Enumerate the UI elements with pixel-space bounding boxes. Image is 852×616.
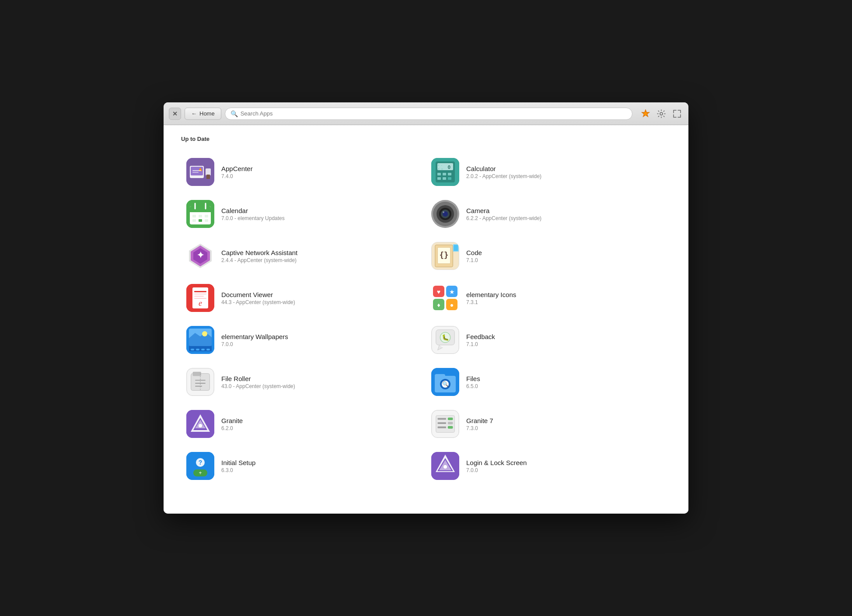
svg-text:×: ×	[437, 167, 440, 171]
svg-rect-22	[437, 177, 441, 180]
app-item-granite[interactable]: Granite 6.2.0	[181, 403, 426, 445]
app-version: 6.5.0	[466, 383, 480, 389]
app-version: 7.0.0	[466, 467, 527, 473]
svg-rect-31	[192, 215, 196, 217]
svg-rect-83	[193, 372, 201, 376]
svg-rect-7	[206, 175, 210, 179]
update-button[interactable]	[639, 108, 652, 120]
search-input[interactable]	[241, 110, 627, 117]
app-icon-captive: ✦	[186, 242, 214, 270]
app-info: Granite 7 7.3.0	[466, 417, 493, 431]
app-version: 7.0.0 - elementary Updates	[221, 215, 285, 221]
app-name: Granite	[221, 417, 243, 424]
app-item-feedback[interactable]: 🐛 Feedback 7.1.0	[426, 319, 671, 361]
search-bar[interactable]: 🔍	[225, 108, 632, 120]
svg-rect-19	[437, 173, 441, 175]
svg-rect-35	[199, 219, 202, 222]
app-info: AppCenter 7.4.0	[221, 165, 253, 179]
svg-point-43	[443, 211, 444, 213]
app-icon-calculator: 0 + - × =	[431, 158, 459, 186]
svg-rect-56	[194, 296, 204, 297]
app-icon-fileroller	[186, 368, 214, 396]
svg-rect-51	[454, 245, 458, 251]
svg-rect-73	[196, 349, 199, 350]
app-info: Camera 6.2.2 - AppCenter (system-wide)	[466, 207, 541, 221]
svg-text:●: ●	[450, 301, 454, 308]
svg-rect-32	[199, 215, 202, 217]
app-icon-wallpapers	[186, 326, 214, 354]
svg-rect-55	[194, 294, 206, 294]
svg-rect-23	[443, 177, 446, 180]
app-item-granite-7[interactable]: Granite 7 7.3.0	[426, 403, 671, 445]
content-area: Up to Date AppCenter 7.4.0	[164, 125, 688, 514]
app-item-document-viewer[interactable]: e Document Viewer 44.3 - AppCenter (syst…	[181, 277, 426, 319]
app-item-files[interactable]: 🔍 Files 6.5.0	[426, 361, 671, 403]
app-item-captive-network-assistant[interactable]: ✦ Captive Network Assistant 2.4.4 - AppC…	[181, 235, 426, 277]
app-item-elementary-icons[interactable]: ♥ ★ ♦ ● elementary Icons 7.3.1	[426, 277, 671, 319]
titlebar: ✕ ← Home 🔍	[164, 102, 688, 125]
app-version: 6.2.0	[221, 425, 243, 431]
app-name: Feedback	[466, 333, 495, 340]
svg-point-76	[202, 331, 207, 336]
app-item-camera[interactable]: Camera 6.2.2 - AppCenter (system-wide)	[426, 193, 671, 235]
svg-rect-105	[438, 427, 446, 428]
svg-rect-54	[194, 291, 206, 292]
svg-rect-24	[448, 177, 451, 180]
svg-text:🐛: 🐛	[442, 334, 449, 341]
app-item-code[interactable]: {} Code 7.1.0	[426, 235, 671, 277]
app-info: Code 7.1.0	[466, 249, 482, 263]
app-name: Camera	[466, 207, 541, 214]
svg-text:0: 0	[447, 164, 450, 170]
app-icon-initialsetup: ? +	[186, 452, 214, 480]
svg-text:=: =	[441, 167, 443, 171]
svg-rect-74	[201, 349, 205, 350]
app-item-initial-setup[interactable]: ? + Initial Setup 6.3.0	[181, 445, 426, 487]
app-version: 6.2.2 - AppCenter (system-wide)	[466, 215, 541, 221]
home-button[interactable]: ← Home	[185, 108, 221, 120]
app-item-file-roller[interactable]: File Roller 43.0 - AppCenter (system-wid…	[181, 361, 426, 403]
svg-rect-10	[192, 172, 199, 173]
svg-text:{}: {}	[440, 251, 449, 259]
app-info: Initial Setup 6.3.0	[221, 459, 255, 473]
app-version: 7.3.1	[466, 299, 516, 305]
expand-button[interactable]	[671, 108, 683, 120]
app-icon-code: {}	[431, 242, 459, 270]
app-item-elementary-wallpapers[interactable]: elementary Wallpapers 7.0.0	[181, 319, 426, 361]
app-item-appcenter[interactable]: AppCenter 7.4.0	[181, 151, 426, 193]
back-arrow-icon: ←	[191, 110, 197, 117]
app-name: elementary Icons	[466, 291, 516, 298]
app-version: 43.0 - AppCenter (system-wide)	[221, 383, 295, 389]
svg-rect-72	[191, 349, 194, 350]
svg-rect-103	[438, 422, 446, 424]
app-version: 2.4.4 - AppCenter (system-wide)	[221, 257, 297, 263]
svg-text:e: e	[199, 299, 202, 308]
app-icon-granite7	[431, 410, 459, 438]
close-button[interactable]: ✕	[169, 108, 181, 120]
app-name: Document Viewer	[221, 291, 295, 298]
app-name: elementary Wallpapers	[221, 333, 288, 340]
app-item-login-&-lock-screen[interactable]: Login & Lock Screen 7.0.0	[426, 445, 671, 487]
app-info: elementary Icons 7.3.1	[466, 291, 516, 305]
app-item-calculator[interactable]: 0 + - × = Calculator 2.0.2 - AppCenter (…	[426, 151, 671, 193]
svg-rect-6	[206, 168, 211, 175]
svg-rect-36	[205, 219, 208, 222]
app-icon-feedback: 🐛	[431, 326, 459, 354]
app-info: elementary Wallpapers 7.0.0	[221, 333, 288, 347]
app-version: 7.4.0	[221, 173, 253, 179]
svg-text:♦: ♦	[437, 301, 440, 308]
app-item-calendar[interactable]: Calendar 7.0.0 - elementary Updates	[181, 193, 426, 235]
app-name: Login & Lock Screen	[466, 459, 527, 466]
settings-button[interactable]	[655, 108, 667, 120]
section-title: Up to Date	[181, 136, 671, 142]
svg-point-116	[443, 465, 447, 469]
svg-rect-106	[448, 426, 453, 429]
app-name: Granite 7	[466, 417, 493, 424]
svg-rect-13	[437, 163, 453, 170]
svg-text:+: +	[199, 470, 202, 476]
toolbar-icons	[639, 108, 683, 120]
app-name: Files	[466, 375, 480, 382]
app-icon-granite	[186, 410, 214, 438]
svg-rect-101	[438, 418, 446, 420]
svg-point-98	[199, 424, 202, 427]
svg-point-2	[660, 112, 663, 115]
